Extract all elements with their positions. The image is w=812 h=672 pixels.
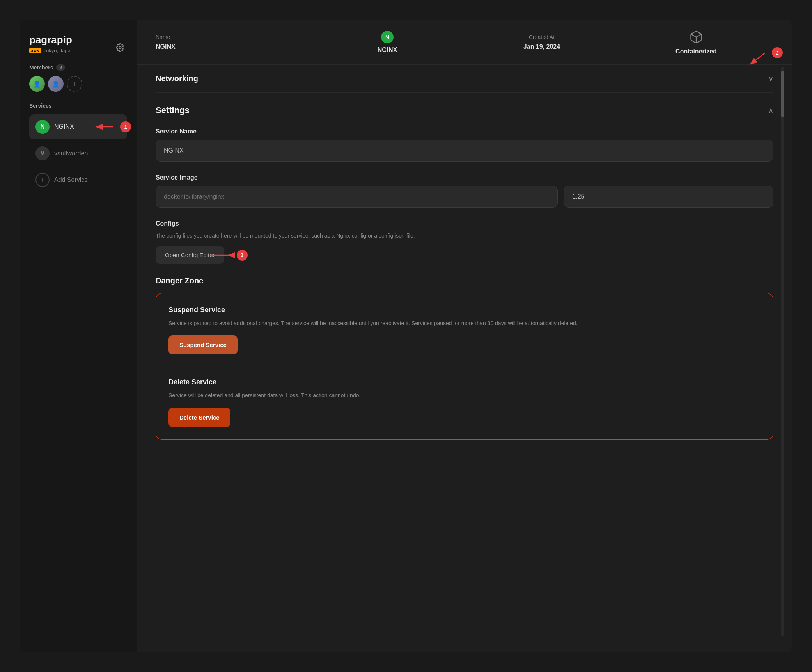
top-bar: Name NGINX N NGINX Created At Jan 19, 20… <box>137 20 792 65</box>
tb-name-value: NGINX <box>156 43 176 50</box>
suspend-service-title: Suspend Service <box>168 306 761 314</box>
add-service-label: Add Service <box>54 176 88 183</box>
sidebar-item-vaultwarden[interactable]: V vaultwarden <box>29 141 127 166</box>
settings-title: Settings <box>156 105 190 116</box>
avatar-1[interactable]: 👤 <box>29 76 45 92</box>
tb-created-col: Created At Jan 19, 2024 <box>465 34 619 50</box>
add-member-button[interactable]: + <box>67 76 82 92</box>
members-section: Members 2 👤 👤 + <box>29 64 127 92</box>
networking-section-header[interactable]: Networking ∨ <box>156 65 773 93</box>
suspend-service-description: Service is paused to avoid additional ch… <box>168 319 761 327</box>
danger-zone-title: Danger Zone <box>156 276 773 285</box>
tb-name-label: Name <box>156 34 170 40</box>
region-text: Tokyo, Japan <box>43 48 73 53</box>
service-image-group: Service Image <box>156 174 773 208</box>
aws-badge: aws <box>29 48 41 53</box>
service-name-group: Service Name <box>156 128 773 162</box>
sidebar-header: pagrapip aws Tokyo, Japan <box>29 34 127 61</box>
svg-point-0 <box>119 46 121 49</box>
tb-containerized-label: Containerized <box>675 48 717 55</box>
services-label: Services <box>29 103 127 109</box>
danger-zone-section: Danger Zone Suspend Service Service is p… <box>156 276 773 440</box>
avatar-2[interactable]: 👤 <box>48 76 64 92</box>
open-config-editor-button[interactable]: Open Config Editor <box>156 246 224 264</box>
settings-gear-icon[interactable] <box>113 41 127 55</box>
configs-description: The config files you create here will be… <box>156 232 773 240</box>
settings-section: Settings ∧ Service Name Service Image <box>156 93 773 440</box>
app-region: aws Tokyo, Japan <box>29 48 73 53</box>
tb-nginx-label: NGINX <box>378 46 397 53</box>
content-area[interactable]: Networking ∨ Settings ∧ Service Name Ser… <box>137 65 792 652</box>
members-label: Members 2 <box>29 64 127 71</box>
delete-service-title: Delete Service <box>168 378 761 386</box>
nginx-top-icon: N <box>381 31 394 43</box>
networking-title: Networking <box>156 74 198 83</box>
app-window: pagrapip aws Tokyo, Japan Members 2 👤 <box>20 20 792 652</box>
delete-service-button[interactable]: Delete Service <box>168 408 230 427</box>
vaultwarden-service-label: vaultwarden <box>54 150 88 157</box>
sidebar: pagrapip aws Tokyo, Japan Members 2 👤 <box>20 20 137 652</box>
nginx-icon: N <box>35 120 50 134</box>
nginx-service-label: NGINX <box>54 123 74 130</box>
configs-section: Configs The config files you create here… <box>156 220 773 264</box>
service-image-tag-input[interactable] <box>564 186 773 208</box>
tb-created-label: Created At <box>529 34 555 40</box>
delete-service-section: Delete Service Service will be deleted a… <box>168 378 761 427</box>
container-icon <box>688 29 704 45</box>
scrollbar-thumb[interactable] <box>781 71 784 117</box>
settings-header: Settings ∧ <box>156 105 773 116</box>
tb-created-value: Jan 19, 2024 <box>523 43 560 50</box>
avatars-row: 👤 👤 + <box>29 76 127 92</box>
scrollbar-track[interactable] <box>781 67 784 636</box>
suspend-service-section: Suspend Service Service is paused to avo… <box>168 306 761 354</box>
app-name: pagrapip aws Tokyo, Japan <box>29 34 73 61</box>
add-service-icon: + <box>35 173 50 187</box>
danger-card: Suspend Service Service is paused to avo… <box>156 293 773 440</box>
add-service-button[interactable]: + Add Service <box>29 167 127 192</box>
networking-chevron-icon[interactable]: ∨ <box>768 75 773 83</box>
danger-divider <box>168 367 761 367</box>
suspend-service-button[interactable]: Suspend Service <box>168 335 238 354</box>
service-name-input[interactable] <box>156 140 773 162</box>
tb-icon-col: N NGINX <box>310 31 465 53</box>
service-name-label: Service Name <box>156 128 773 135</box>
configs-title: Configs <box>156 220 773 227</box>
main-panel: Name NGINX N NGINX Created At Jan 19, 20… <box>137 20 792 652</box>
service-image-row <box>156 186 773 208</box>
service-image-input[interactable] <box>156 186 558 208</box>
services-section: Services N NGINX 1 <box>29 103 127 638</box>
members-count: 2 <box>56 64 65 71</box>
settings-chevron-icon[interactable]: ∧ <box>768 106 773 115</box>
tb-name-col: Name NGINX <box>156 34 310 50</box>
service-image-label: Service Image <box>156 174 773 181</box>
vaultwarden-icon: V <box>35 146 50 160</box>
tb-containerized-col: Containerized <box>619 29 773 55</box>
delete-service-description: Service will be deleted and all persiste… <box>168 391 761 400</box>
sidebar-item-nginx[interactable]: N NGINX 1 <box>29 114 127 139</box>
